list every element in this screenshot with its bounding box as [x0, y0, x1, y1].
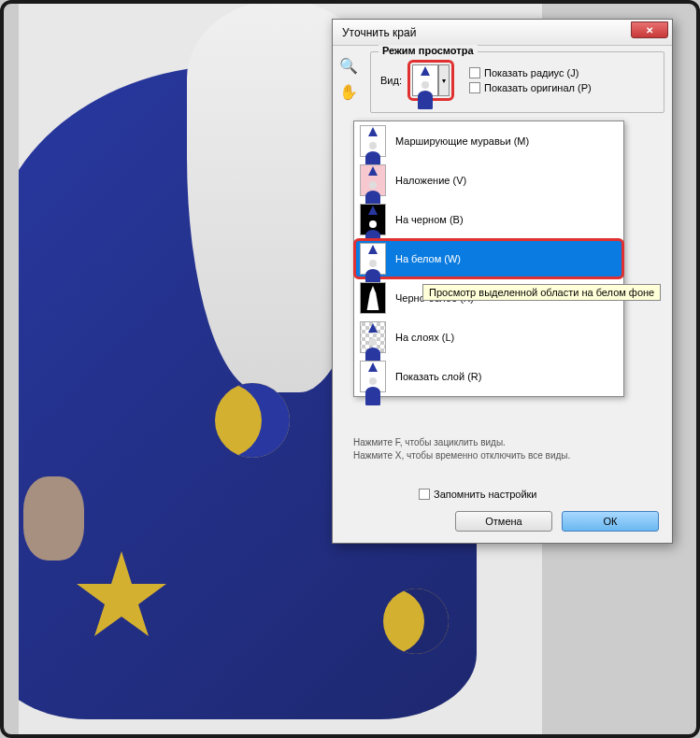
refine-edge-dialog: Уточнить край ✕ 🔍 ✋ Режим просмотра Вид: [332, 19, 673, 544]
item-thumbnail [360, 164, 386, 196]
moon-decoration [215, 383, 290, 458]
dialog-body: 🔍 ✋ Режим просмотра Вид: ▾ [333, 46, 672, 543]
dropdown-item-on-black[interactable]: На черном (B) [354, 200, 623, 239]
tooltip: Просмотр выделенной области на белом фон… [422, 284, 661, 301]
item-label: Показать слой (R) [395, 371, 481, 382]
dialog-title: Уточнить край [342, 26, 416, 39]
view-label: Вид: [380, 75, 402, 86]
view-dropdown[interactable]: ▾ [407, 60, 454, 101]
hand-tool-icon[interactable]: ✋ [338, 81, 359, 102]
fieldset-legend: Режим просмотра [379, 45, 478, 56]
item-label: На черном (B) [395, 214, 464, 225]
item-thumbnail [360, 204, 386, 235]
close-icon: ✕ [646, 25, 653, 35]
dialog-titlebar[interactable]: Уточнить край ✕ [333, 20, 672, 46]
item-thumbnail [360, 321, 386, 353]
view-dropdown-list: Марширующие муравьи (M) Наложение (V) На… [353, 121, 624, 397]
hint-line: Нажмите X, чтобы временно отключить все … [353, 449, 570, 462]
checkbox-icon [469, 67, 480, 78]
moon-decoration [383, 589, 449, 654]
hint-line: Нажмите F, чтобы зациклить виды. [353, 436, 570, 449]
tool-column: 🔍 ✋ [338, 55, 363, 107]
dropdown-item-marching-ants[interactable]: Марширующие муравьи (M) [354, 121, 623, 161]
zoom-tool-icon[interactable]: 🔍 [338, 55, 359, 76]
item-thumbnail [360, 361, 386, 392]
dropdown-arrow-icon[interactable]: ▾ [438, 64, 450, 96]
show-radius-checkbox[interactable]: Показать радиус (J) [469, 67, 592, 78]
show-original-checkbox[interactable]: Показать оригинал (P) [469, 82, 592, 93]
dropdown-item-show-layer[interactable]: Показать слой (R) [354, 357, 623, 396]
item-thumbnail [360, 125, 386, 157]
checkbox-label: Показать радиус (J) [484, 67, 579, 78]
checkbox-icon [469, 82, 480, 93]
remember-settings-checkbox[interactable]: Запомнить настройки [419, 489, 537, 500]
wizard-hand [23, 476, 84, 561]
item-label: На белом (W) [395, 253, 461, 264]
cancel-button[interactable]: Отмена [455, 511, 552, 532]
item-thumbnail [360, 282, 386, 314]
item-thumbnail [360, 243, 386, 275]
item-label: На слоях (L) [395, 332, 454, 343]
button-row: Отмена ОК [455, 511, 659, 532]
item-label: Наложение (V) [395, 175, 466, 186]
close-button[interactable]: ✕ [631, 21, 668, 38]
view-thumbnail [412, 64, 438, 96]
item-label: Марширующие муравьи (M) [395, 135, 529, 147]
checkbox-label: Показать оригинал (P) [484, 82, 592, 93]
view-mode-fieldset: Режим просмотра Вид: ▾ [370, 51, 664, 113]
dropdown-item-on-layers[interactable]: На слоях (L) [354, 318, 623, 357]
wizard-icon [418, 68, 433, 92]
hint-text: Нажмите F, чтобы зациклить виды. Нажмите… [353, 436, 570, 462]
checkbox-label: Запомнить настройки [434, 489, 537, 500]
checkbox-icon [419, 489, 430, 500]
dropdown-item-overlay[interactable]: Наложение (V) [354, 161, 623, 200]
ok-button[interactable]: ОК [562, 511, 659, 532]
dropdown-item-on-white[interactable]: На белом (W) [353, 238, 624, 279]
